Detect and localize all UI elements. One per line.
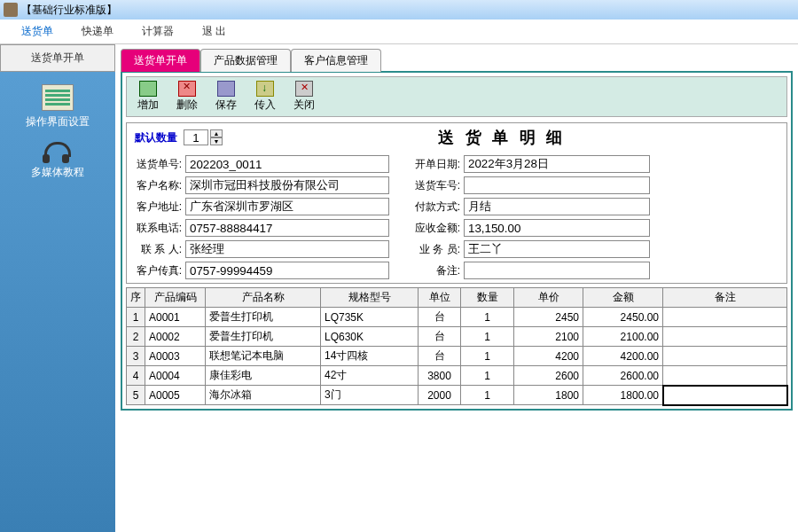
cell-spec[interactable]: 3门 [321,386,419,405]
col-remark: 备注 [663,288,787,308]
table-row[interactable]: 2A0002爱普生打印机LQ630K台121002100.00 [127,327,787,347]
cell-qty[interactable]: 1 [461,366,514,386]
window-title: 【基础行业标准版】 [21,3,117,18]
cell-amount[interactable]: 4200.00 [583,347,663,366]
table-row[interactable]: 5A0005海尔冰箱3门2000118001800.00 [127,386,787,405]
cell-spec[interactable]: LQ735K [321,308,419,327]
app-icon [4,3,18,17]
menu-express[interactable]: 快递单 [67,20,128,43]
delete-icon [178,81,196,97]
tab-product-data[interactable]: 产品数据管理 [200,49,291,72]
cell-idx: 5 [127,386,145,405]
menu-exit[interactable]: 退 出 [188,20,240,43]
col-spec: 规格型号 [321,288,419,308]
cell-price[interactable]: 1800 [514,386,583,405]
close-button[interactable]: 关闭 [285,79,324,114]
cell-remark[interactable] [663,386,787,405]
cell-price[interactable]: 2450 [514,308,583,327]
form-area: 默认数量 ▲ ▼ 送 货 单 明 细 送货单号: 客户名称: 客户地址: 联系电… [126,122,787,284]
cell-price[interactable]: 2100 [514,327,583,347]
date-input[interactable] [464,155,650,173]
cell-spec[interactable]: 14寸四核 [321,347,419,366]
col-amount: 金额 [583,288,663,308]
menu-delivery[interactable]: 送货单 [7,20,67,43]
delivery-no-input[interactable] [185,155,389,173]
cell-spec[interactable]: 42寸 [321,366,419,386]
default-qty-input[interactable] [184,129,208,145]
main-area: 送货单开单 产品数据管理 客户信息管理 增加 删除 保存 传入 关闭 默认数量 … [115,44,798,532]
col-idx: 序 [127,288,145,308]
contact-input[interactable] [185,240,389,258]
qty-up-button[interactable]: ▲ [210,129,223,137]
cell-unit[interactable]: 台 [419,308,461,327]
cell-code[interactable]: A0004 [145,366,206,386]
sidebar-header[interactable]: 送货单开单 [0,44,115,72]
table-row[interactable]: 4A0004康佳彩电42寸3800126002600.00 [127,366,787,386]
address-input[interactable] [185,198,389,215]
vehicle-label: 送货车号: [411,178,464,193]
tabs: 送货单开单 产品数据管理 客户信息管理 [121,48,793,71]
data-table: 序 产品编码 产品名称 规格型号 单位 数量 单价 金额 备注 1A0001爱普… [126,287,787,405]
cell-remark[interactable] [663,366,787,386]
cell-remark[interactable] [663,308,787,327]
cell-code[interactable]: A0005 [145,386,206,405]
sidebar-item-label: 操作界面设置 [26,114,90,129]
cell-unit[interactable]: 3800 [419,366,461,386]
cell-amount[interactable]: 2450.00 [583,308,663,327]
cell-remark[interactable] [663,327,787,347]
qty-down-button[interactable]: ▼ [210,137,223,145]
cell-unit[interactable]: 台 [419,327,461,347]
import-icon [256,81,274,97]
menu-calculator[interactable]: 计算器 [128,20,188,43]
import-button[interactable]: 传入 [246,79,285,114]
table-row[interactable]: 3A0003联想笔记本电脑14寸四核台142004200.00 [127,347,787,366]
cell-remark[interactable] [663,347,787,366]
add-button[interactable]: 增加 [129,79,168,114]
cell-qty[interactable]: 1 [461,327,514,347]
pay-input[interactable] [464,198,650,215]
title-bar: 【基础行业标准版】 [0,0,798,20]
fax-label: 客户传真: [132,263,185,278]
col-qty: 数量 [461,288,514,308]
cell-code[interactable]: A0001 [145,308,206,327]
cell-unit[interactable]: 2000 [419,386,461,405]
cell-unit[interactable]: 台 [419,347,461,366]
cell-amount[interactable]: 2600.00 [583,366,663,386]
cell-price[interactable]: 4200 [514,347,583,366]
form-title: 送 货 单 明 细 [223,127,781,148]
pay-label: 付款方式: [411,200,464,215]
sidebar-item-ui-settings[interactable]: 操作界面设置 [26,84,90,129]
col-price: 单价 [514,288,583,308]
sidebar-item-tutorial[interactable]: 多媒体教程 [31,142,84,180]
cell-spec[interactable]: LQ630K [321,327,419,347]
vehicle-input[interactable] [464,176,650,194]
customer-label: 客户名称: [132,178,185,193]
cell-code[interactable]: A0002 [145,327,206,347]
cell-name[interactable]: 爱普生打印机 [206,308,321,327]
address-label: 客户地址: [132,200,185,215]
customer-input[interactable] [185,176,389,194]
cell-name[interactable]: 联想笔记本电脑 [206,347,321,366]
qty-spinner: ▲ ▼ [210,129,223,145]
cell-amount[interactable]: 1800.00 [583,386,663,405]
phone-input[interactable] [185,219,389,237]
cell-price[interactable]: 2600 [514,366,583,386]
remark-input[interactable] [464,262,650,279]
table-row[interactable]: 1A0001爱普生打印机LQ735K台124502450.00 [127,308,787,327]
cell-qty[interactable]: 1 [461,386,514,405]
table-header-row: 序 产品编码 产品名称 规格型号 单位 数量 单价 金额 备注 [127,288,787,308]
cell-qty[interactable]: 1 [461,308,514,327]
cell-name[interactable]: 海尔冰箱 [206,386,321,405]
cell-name[interactable]: 康佳彩电 [206,366,321,386]
cell-name[interactable]: 爱普生打印机 [206,327,321,347]
save-button[interactable]: 保存 [207,79,246,114]
cell-qty[interactable]: 1 [461,347,514,366]
sales-input[interactable] [464,240,650,258]
fax-input[interactable] [185,262,389,279]
delete-button[interactable]: 删除 [168,79,207,114]
amount-input[interactable] [464,219,650,237]
tab-delivery-create[interactable]: 送货单开单 [121,49,200,72]
tab-customer-info[interactable]: 客户信息管理 [291,49,381,72]
cell-code[interactable]: A0003 [145,347,206,366]
cell-amount[interactable]: 2100.00 [583,327,663,347]
